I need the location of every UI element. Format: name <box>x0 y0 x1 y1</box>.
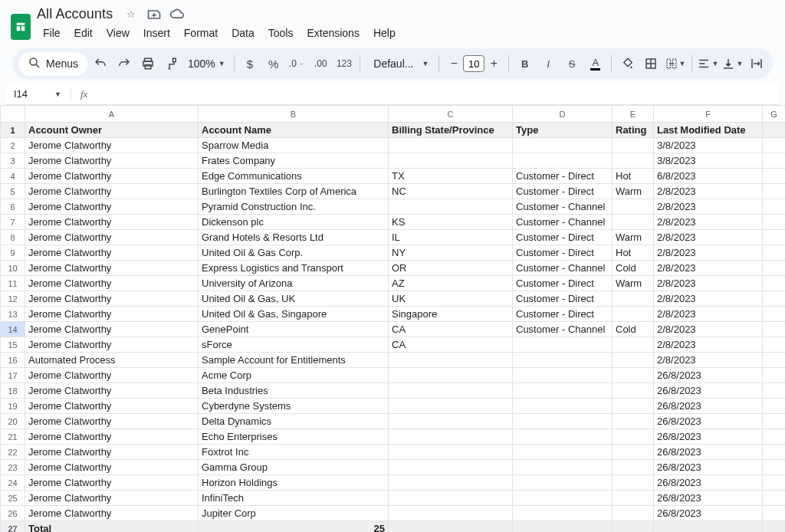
table-row[interactable]: 7Jerome ClatworthyDickenson plcKSCustome… <box>1 215 786 230</box>
menu-tools[interactable]: Tools <box>262 24 300 42</box>
table-row[interactable]: 14Jerome ClatworthyGenePointCACustomer -… <box>1 322 786 337</box>
table-row[interactable]: 18Jerome ClatworthyBeta Industries26/8/2… <box>1 383 786 399</box>
table-row[interactable]: 8Jerome ClatworthyGrand Hotels & Resorts… <box>1 230 786 245</box>
paint-format-button[interactable] <box>161 53 182 74</box>
move-icon[interactable] <box>146 7 162 22</box>
svg-point-0 <box>30 58 37 65</box>
decrease-font-size[interactable]: − <box>445 54 463 73</box>
text-color-button[interactable]: A <box>585 53 606 74</box>
zoom-value: 100% <box>188 57 215 70</box>
table-row[interactable]: 24Jerome ClatworthyHorizon Holdings26/8/… <box>1 475 786 491</box>
table-row[interactable]: 11Jerome ClatworthyUniversity of Arizona… <box>1 276 786 291</box>
table-row[interactable]: 26Jerome ClatworthyJupiter Corp26/8/2023 <box>1 506 786 521</box>
fill-color-button[interactable] <box>617 53 638 74</box>
print-button[interactable] <box>138 53 159 74</box>
table-row[interactable]: 12Jerome ClatworthyUnited Oil & Gas, UKU… <box>1 291 786 307</box>
table-row[interactable]: 20Jerome ClatworthyDelta Dynamics26/8/20… <box>1 414 786 429</box>
total-row[interactable]: 27 Total25 <box>1 521 786 533</box>
italic-button[interactable]: I <box>538 53 559 74</box>
menu-extensions[interactable]: Extensions <box>301 24 365 42</box>
search-menus-label: Menus <box>46 57 78 70</box>
table-row[interactable]: 13Jerome ClatworthyUnited Oil & Gas, Sin… <box>1 307 786 322</box>
menu-edit[interactable]: Edit <box>68 24 99 42</box>
table-row[interactable]: 17Jerome ClatworthyAcme Corp26/8/2023 <box>1 368 786 383</box>
table-row[interactable]: 9Jerome ClatworthyUnited Oil & Gas Corp.… <box>1 245 786 261</box>
decrease-decimal[interactable]: .0 ← <box>287 53 307 74</box>
vertical-align-button[interactable]: ▼ <box>721 53 743 74</box>
font-family-select[interactable]: Defaul...▼ <box>366 57 433 70</box>
table-row[interactable]: 15Jerome ClatworthysForceCA2/8/2023 <box>1 337 786 353</box>
doc-title[interactable]: All Accounts <box>37 6 113 22</box>
table-row[interactable]: 10Jerome ClatworthyExpress Logistics and… <box>1 261 786 276</box>
sheets-logo[interactable] <box>11 14 31 40</box>
cloud-status-icon[interactable] <box>169 7 185 22</box>
spreadsheet-grid[interactable]: ABCDEFG 1 Account OwnerAccount NameBilli… <box>0 105 785 532</box>
menu-view[interactable]: View <box>100 24 136 42</box>
font-size-input[interactable] <box>463 55 484 72</box>
increase-font-size[interactable]: + <box>484 54 503 73</box>
table-row[interactable]: 22Jerome ClatworthyFoxtrot Inc26/8/2023 <box>1 445 786 460</box>
name-box[interactable]: I14▼ <box>11 88 66 100</box>
zoom-select[interactable]: 100%▼ <box>185 57 228 70</box>
table-row[interactable]: 25Jerome ClatworthyInfiniTech26/8/2023 <box>1 491 786 506</box>
formula-bar[interactable] <box>92 87 779 101</box>
redo-button[interactable] <box>114 53 135 74</box>
bold-button[interactable]: B <box>514 53 535 74</box>
table-row[interactable]: 19Jerome ClatworthyCyberdyne Systems26/8… <box>1 399 786 414</box>
increase-decimal[interactable]: .00 <box>310 53 331 74</box>
fx-icon: fx <box>76 88 92 100</box>
menubar: File Edit View Insert Format Data Tools … <box>37 22 402 47</box>
menu-data[interactable]: Data <box>225 24 261 42</box>
undo-button[interactable] <box>90 53 111 74</box>
table-row[interactable]: 21Jerome ClatworthyEcho Enterprises26/8/… <box>1 429 786 445</box>
format-currency[interactable]: $ <box>240 53 261 74</box>
table-row[interactable]: 4Jerome ClatworthyEdge CommunicationsTXC… <box>1 169 786 184</box>
format-percent[interactable]: % <box>263 53 284 74</box>
table-row[interactable]: 5Jerome ClatworthyBurlington Textiles Co… <box>1 184 786 199</box>
table-row[interactable]: 2Jerome ClatworthySparrow Media3/8/2023 <box>1 138 786 153</box>
horizontal-align-button[interactable]: ▼ <box>697 53 718 74</box>
strikethrough-button[interactable]: S <box>562 53 583 74</box>
table-row[interactable]: 16Automated ProcessSample Account for En… <box>1 353 786 368</box>
search-icon <box>28 56 41 72</box>
header-row[interactable]: 1 Account OwnerAccount NameBilling State… <box>1 123 786 138</box>
borders-button[interactable] <box>641 53 662 74</box>
table-row[interactable]: 3Jerome ClatworthyFrates Company3/8/2023 <box>1 153 786 169</box>
menu-file[interactable]: File <box>37 24 67 42</box>
toolbar: Menus 100%▼ $ % .0 ← .00 123 Defaul...▼ … <box>12 48 773 79</box>
font-family-label: Defaul... <box>373 57 413 70</box>
table-row[interactable]: 23Jerome ClatworthyGamma Group26/8/2023 <box>1 460 786 475</box>
menu-insert[interactable]: Insert <box>137 24 176 42</box>
menu-format[interactable]: Format <box>178 24 224 42</box>
table-row[interactable]: 6Jerome ClatworthyPyramid Construction I… <box>1 199 786 215</box>
star-icon[interactable]: ☆ <box>123 7 139 22</box>
search-menus[interactable]: Menus <box>18 52 87 76</box>
merge-cells-button[interactable]: ▼ <box>665 53 686 74</box>
text-wrap-button[interactable] <box>746 53 767 74</box>
more-formats[interactable]: 123 <box>334 53 355 74</box>
column-headers[interactable]: ABCDEFG <box>1 106 786 123</box>
menu-help[interactable]: Help <box>367 24 402 42</box>
name-box-value: I14 <box>14 88 28 100</box>
